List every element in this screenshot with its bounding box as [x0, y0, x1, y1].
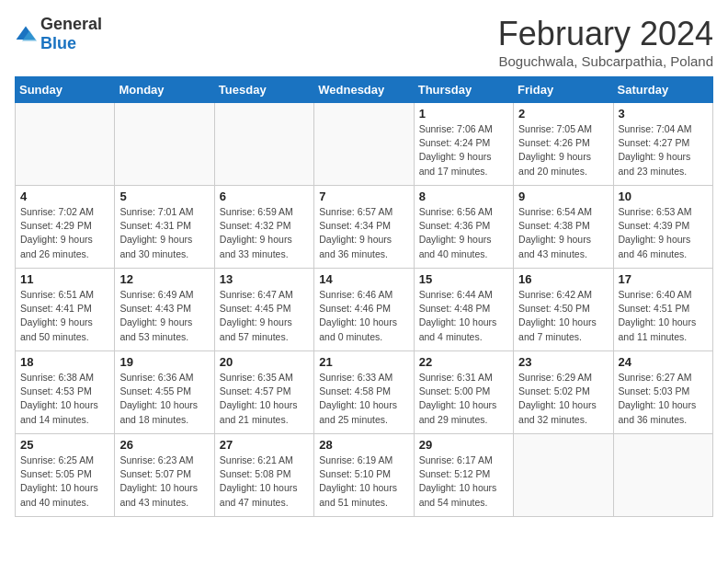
day-number: 18 [20, 355, 109, 369]
day-header-wednesday: Wednesday [314, 77, 414, 103]
calendar-cell: 4Sunrise: 7:02 AM Sunset: 4:29 PM Daylig… [16, 186, 115, 269]
day-info: Sunrise: 6:36 AM Sunset: 4:55 PM Dayligh… [119, 371, 209, 427]
day-number: 3 [619, 107, 708, 121]
day-info: Sunrise: 6:27 AM Sunset: 5:03 PM Dayligh… [619, 371, 708, 427]
calendar-cell: 17Sunrise: 6:40 AM Sunset: 4:51 PM Dayli… [613, 269, 712, 351]
calendar-cell: 25Sunrise: 6:25 AM Sunset: 5:05 PM Dayli… [16, 434, 115, 517]
day-number: 8 [419, 190, 508, 203]
calendar-cell [16, 103, 115, 186]
day-number: 13 [220, 272, 309, 286]
calendar-cell [214, 103, 313, 186]
day-number: 26 [119, 438, 209, 452]
calendar-table: SundayMondayTuesdayWednesdayThursdayFrid… [15, 76, 713, 517]
day-info: Sunrise: 6:21 AM Sunset: 5:08 PM Dayligh… [220, 454, 309, 510]
calendar-cell [613, 434, 712, 517]
calendar-cell: 16Sunrise: 6:42 AM Sunset: 4:50 PM Dayli… [514, 269, 613, 351]
calendar-cell: 15Sunrise: 6:44 AM Sunset: 4:48 PM Dayli… [414, 269, 513, 351]
day-number: 5 [119, 190, 209, 203]
day-header-saturday: Saturday [613, 77, 712, 103]
day-info: Sunrise: 6:46 AM Sunset: 4:46 PM Dayligh… [319, 288, 408, 344]
calendar-cell: 6Sunrise: 6:59 AM Sunset: 4:32 PM Daylig… [214, 186, 313, 269]
day-info: Sunrise: 6:59 AM Sunset: 4:32 PM Dayligh… [220, 205, 309, 261]
day-info: Sunrise: 6:17 AM Sunset: 5:12 PM Dayligh… [419, 454, 508, 510]
header: General Blue February 2024 Boguchwala, S… [15, 15, 713, 69]
day-info: Sunrise: 6:47 AM Sunset: 4:45 PM Dayligh… [220, 288, 309, 344]
calendar-cell: 24Sunrise: 6:27 AM Sunset: 5:03 PM Dayli… [613, 351, 712, 434]
calendar-cell: 29Sunrise: 6:17 AM Sunset: 5:12 PM Dayli… [414, 434, 513, 517]
calendar-cell: 8Sunrise: 6:56 AM Sunset: 4:36 PM Daylig… [414, 186, 513, 269]
day-number: 12 [119, 272, 209, 286]
calendar-cell: 9Sunrise: 6:54 AM Sunset: 4:38 PM Daylig… [514, 186, 613, 269]
day-number: 2 [518, 107, 608, 121]
week-row-5: 25Sunrise: 6:25 AM Sunset: 5:05 PM Dayli… [16, 434, 713, 517]
calendar-cell: 19Sunrise: 6:36 AM Sunset: 4:55 PM Dayli… [115, 351, 214, 434]
day-number: 16 [518, 272, 608, 286]
calendar-cell: 12Sunrise: 6:49 AM Sunset: 4:43 PM Dayli… [115, 269, 214, 351]
calendar-cell [115, 103, 214, 186]
day-info: Sunrise: 6:25 AM Sunset: 5:05 PM Dayligh… [20, 454, 109, 510]
calendar-cell: 10Sunrise: 6:53 AM Sunset: 4:39 PM Dayli… [613, 186, 712, 269]
day-header-sunday: Sunday [16, 77, 115, 103]
day-header-friday: Friday [514, 77, 613, 103]
day-info: Sunrise: 7:04 AM Sunset: 4:27 PM Dayligh… [619, 122, 708, 178]
calendar-cell: 11Sunrise: 6:51 AM Sunset: 4:41 PM Dayli… [16, 269, 115, 351]
day-header-thursday: Thursday [414, 77, 513, 103]
day-number: 7 [319, 190, 408, 203]
day-number: 4 [20, 190, 109, 203]
day-number: 28 [319, 438, 408, 452]
calendar-cell: 21Sunrise: 6:33 AM Sunset: 4:58 PM Dayli… [314, 351, 414, 434]
day-info: Sunrise: 6:49 AM Sunset: 4:43 PM Dayligh… [119, 288, 209, 344]
week-row-2: 4Sunrise: 7:02 AM Sunset: 4:29 PM Daylig… [16, 186, 713, 269]
day-header-tuesday: Tuesday [214, 77, 313, 103]
day-info: Sunrise: 6:42 AM Sunset: 4:50 PM Dayligh… [518, 288, 608, 344]
day-info: Sunrise: 6:38 AM Sunset: 4:53 PM Dayligh… [20, 371, 109, 427]
logo-general: General [40, 15, 102, 33]
day-headers-row: SundayMondayTuesdayWednesdayThursdayFrid… [16, 77, 713, 103]
week-row-1: 1Sunrise: 7:06 AM Sunset: 4:24 PM Daylig… [16, 103, 713, 186]
day-info: Sunrise: 6:56 AM Sunset: 4:36 PM Dayligh… [419, 205, 508, 261]
day-number: 27 [220, 438, 309, 452]
day-info: Sunrise: 6:31 AM Sunset: 5:00 PM Dayligh… [419, 371, 508, 427]
day-info: Sunrise: 6:33 AM Sunset: 4:58 PM Dayligh… [319, 371, 408, 427]
day-number: 22 [419, 355, 508, 369]
day-info: Sunrise: 7:01 AM Sunset: 4:31 PM Dayligh… [119, 205, 209, 261]
day-info: Sunrise: 6:57 AM Sunset: 4:34 PM Dayligh… [319, 205, 408, 261]
calendar-cell: 1Sunrise: 7:06 AM Sunset: 4:24 PM Daylig… [414, 103, 513, 186]
day-info: Sunrise: 6:23 AM Sunset: 5:07 PM Dayligh… [119, 454, 209, 510]
day-info: Sunrise: 6:40 AM Sunset: 4:51 PM Dayligh… [619, 288, 708, 344]
day-number: 10 [619, 190, 708, 203]
day-info: Sunrise: 6:19 AM Sunset: 5:10 PM Dayligh… [319, 454, 408, 510]
day-number: 24 [619, 355, 708, 369]
day-number: 15 [419, 272, 508, 286]
month-title: February 2024 [498, 15, 713, 53]
logo-blue: Blue [40, 34, 76, 52]
calendar-cell: 18Sunrise: 6:38 AM Sunset: 4:53 PM Dayli… [16, 351, 115, 434]
location-title: Boguchwala, Subcarpathia, Poland [498, 53, 713, 69]
day-number: 11 [20, 272, 109, 286]
day-info: Sunrise: 6:35 AM Sunset: 4:57 PM Dayligh… [220, 371, 309, 427]
day-info: Sunrise: 7:05 AM Sunset: 4:26 PM Dayligh… [518, 122, 608, 178]
day-number: 29 [419, 438, 508, 452]
day-number: 21 [319, 355, 408, 369]
calendar-cell: 28Sunrise: 6:19 AM Sunset: 5:10 PM Dayli… [314, 434, 414, 517]
title-area: February 2024 Boguchwala, Subcarpathia, … [498, 15, 713, 69]
day-info: Sunrise: 7:06 AM Sunset: 4:24 PM Dayligh… [419, 122, 508, 178]
logo-text: General Blue [40, 15, 102, 53]
day-number: 9 [518, 190, 608, 203]
day-info: Sunrise: 6:29 AM Sunset: 5:02 PM Dayligh… [518, 371, 608, 427]
calendar-cell: 23Sunrise: 6:29 AM Sunset: 5:02 PM Dayli… [514, 351, 613, 434]
calendar-cell: 7Sunrise: 6:57 AM Sunset: 4:34 PM Daylig… [314, 186, 414, 269]
day-number: 20 [220, 355, 309, 369]
day-number: 14 [319, 272, 408, 286]
day-number: 25 [20, 438, 109, 452]
day-info: Sunrise: 6:51 AM Sunset: 4:41 PM Dayligh… [20, 288, 109, 344]
logo: General Blue [15, 15, 102, 53]
calendar-cell: 14Sunrise: 6:46 AM Sunset: 4:46 PM Dayli… [314, 269, 414, 351]
day-number: 17 [619, 272, 708, 286]
calendar-cell [514, 434, 613, 517]
day-info: Sunrise: 6:44 AM Sunset: 4:48 PM Dayligh… [419, 288, 508, 344]
day-info: Sunrise: 6:53 AM Sunset: 4:39 PM Dayligh… [619, 205, 708, 261]
calendar-cell: 26Sunrise: 6:23 AM Sunset: 5:07 PM Dayli… [115, 434, 214, 517]
calendar-cell: 27Sunrise: 6:21 AM Sunset: 5:08 PM Dayli… [214, 434, 313, 517]
day-number: 1 [419, 107, 508, 121]
